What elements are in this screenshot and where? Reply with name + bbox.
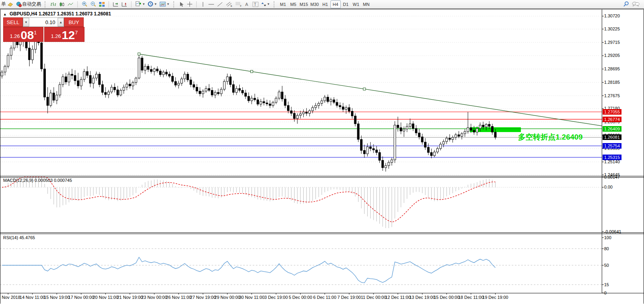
y-axis-tick: 1.28185 bbox=[604, 80, 620, 85]
toolbar-separator bbox=[131, 1, 131, 8]
sell-price[interactable]: 1.26 08 1 bbox=[3, 27, 43, 42]
x-axis-tick: 20 Nov 11:00 bbox=[93, 295, 118, 300]
y-axis-tick: 1.28695 bbox=[604, 66, 620, 72]
x-axis-tick: 29 Nov 00:00 bbox=[214, 295, 240, 300]
horizontal-line-icon[interactable] bbox=[207, 0, 216, 8]
buy-price[interactable]: 1.26 12 7 bbox=[44, 27, 84, 42]
chart-left-border bbox=[0, 9, 0, 304]
buy-button[interactable]: BUY bbox=[64, 17, 84, 27]
mt4-terminal: 单 自动交易 bbox=[0, 0, 644, 304]
chart-shift-icon[interactable] bbox=[120, 0, 129, 8]
volume-up-button[interactable]: ▲ bbox=[58, 18, 64, 26]
chat-icon[interactable] bbox=[631, 0, 641, 8]
panel-divider[interactable] bbox=[0, 176, 644, 176]
search-icon[interactable] bbox=[622, 0, 631, 8]
toolbar-grip bbox=[173, 1, 175, 8]
x-axis-tick: 13 Dec 19:00 bbox=[409, 295, 435, 300]
x-axis-tick: 7 Dec 19:00 bbox=[338, 295, 361, 300]
arrows-button[interactable]: ▼ bbox=[260, 0, 271, 8]
indicators-button[interactable]: ▼ bbox=[134, 0, 146, 8]
zoom-out-icon[interactable] bbox=[89, 0, 98, 8]
new-order-label[interactable]: 单 bbox=[1, 1, 6, 8]
x-axis-tick: 3 Dec 19:00 bbox=[264, 295, 287, 300]
new-order-icon[interactable] bbox=[6, 0, 15, 8]
volume-input[interactable] bbox=[29, 18, 58, 26]
collapse-triangle-icon[interactable]: ▲ bbox=[3, 12, 7, 16]
zoom-in-icon[interactable] bbox=[80, 0, 89, 8]
tf-button-D1[interactable]: D1 bbox=[341, 0, 351, 8]
x-axis-tick: 27 Nov 19:00 bbox=[190, 295, 216, 300]
y-axis-tick: 1.27675 bbox=[604, 93, 620, 98]
bar-chart-icon[interactable] bbox=[49, 0, 58, 8]
svg-text:T: T bbox=[254, 2, 256, 7]
vertical-line-icon[interactable] bbox=[199, 0, 207, 8]
panel-divider bbox=[0, 177, 644, 177]
tf-button-M30[interactable]: M30 bbox=[309, 0, 320, 8]
tf-button-M1[interactable]: M1 bbox=[278, 0, 288, 8]
crosshair-icon[interactable] bbox=[186, 0, 194, 8]
timeframe-group: M1M5M15M30H1H4D1W1MN bbox=[277, 0, 373, 9]
macd-axis-tick: 0.00 bbox=[604, 185, 612, 190]
rsi-axis-tick: 80 bbox=[604, 246, 609, 251]
volume-down-button[interactable]: ▼ bbox=[23, 18, 29, 26]
toolbar-grip bbox=[45, 1, 47, 8]
tf-button-M5[interactable]: M5 bbox=[288, 0, 299, 8]
toolbar-separator bbox=[109, 1, 109, 8]
buy-price-big: 12 bbox=[62, 30, 75, 40]
buy-price-pip: 7 bbox=[75, 30, 78, 36]
rsi-axis-tick: 50 bbox=[604, 263, 609, 268]
x-axis-tick: 12 Dec 11:00 bbox=[385, 295, 411, 300]
x-axis-tick: 17 Nov 00:00 bbox=[68, 295, 94, 300]
text-icon[interactable]: A bbox=[243, 0, 251, 8]
tf-button-MN[interactable]: MN bbox=[361, 0, 372, 8]
pivot-annotation: 多空转折点1.26409 bbox=[518, 132, 583, 142]
volume-control: ▼ ▲ bbox=[23, 17, 64, 27]
tile-windows-icon[interactable] bbox=[98, 0, 106, 8]
periods-button[interactable]: ▼ bbox=[146, 0, 158, 8]
line-chart-icon[interactable] bbox=[66, 0, 75, 8]
one-click-trading-panel: SELL ▼ ▲ BUY 1.26 08 1 1.26 12 7 bbox=[3, 17, 84, 42]
text-label-icon[interactable]: T bbox=[251, 0, 260, 8]
autotrading-label: 自动交易 bbox=[22, 1, 41, 8]
fibonacci-icon[interactable]: F bbox=[234, 0, 243, 8]
chart-ohlc-values: 1.26217 1.26351 1.26073 1.26081 bbox=[39, 11, 111, 17]
level-price-badge: 1.26774 bbox=[603, 117, 621, 122]
x-axis-tick: 11 Dec 00:00 bbox=[361, 295, 387, 300]
x-axis-tick: 14 Nov 11:00 bbox=[20, 295, 45, 300]
toolbar-separator bbox=[77, 1, 78, 8]
level-price-badge: 1.25315 bbox=[603, 155, 621, 160]
macd-label: MACD(12,26,9) 0.000503 0.000745 bbox=[3, 178, 72, 183]
auto-scroll-icon[interactable] bbox=[111, 0, 120, 8]
y-axis-tick: 1.29715 bbox=[604, 40, 620, 45]
templates-button[interactable]: ▼ bbox=[158, 0, 171, 8]
trendline-icon[interactable] bbox=[216, 0, 224, 8]
panel-divider[interactable] bbox=[0, 232, 644, 233]
x-axis-tick: 26 Nov 11:00 bbox=[166, 295, 192, 300]
sell-button[interactable]: SELL bbox=[3, 17, 23, 27]
chart-bottom-border bbox=[0, 293, 644, 293]
toolbar-grip bbox=[274, 1, 276, 8]
toolbar: 单 自动交易 bbox=[0, 0, 644, 9]
toolbar-separator bbox=[196, 1, 197, 8]
panel-divider bbox=[0, 234, 644, 234]
x-axis-tick: 30 Nov 11:00 bbox=[239, 295, 265, 300]
plot-right-border bbox=[602, 9, 602, 293]
tf-button-W1[interactable]: W1 bbox=[351, 0, 361, 8]
x-axis-tick: 19 Dec 19:00 bbox=[483, 295, 508, 300]
y-axis-tick: 1.29205 bbox=[604, 53, 620, 58]
chevron-down-icon: ▼ bbox=[267, 2, 270, 6]
chevron-down-icon: ▼ bbox=[167, 2, 170, 6]
tf-button-H1[interactable]: H1 bbox=[320, 0, 330, 8]
equidistant-channel-icon[interactable]: E bbox=[224, 0, 234, 8]
candlestick-chart-icon[interactable] bbox=[58, 0, 66, 8]
cursor-icon[interactable] bbox=[178, 0, 186, 8]
chart-symbol: GBPUSD,H4 bbox=[9, 11, 37, 17]
buy-price-prefix: 1.26 bbox=[51, 33, 61, 39]
chevron-down-icon: ▼ bbox=[154, 2, 157, 6]
autotrading-button[interactable]: 自动交易 bbox=[15, 0, 42, 8]
tf-button-H4[interactable]: H4 bbox=[330, 0, 341, 8]
tf-button-M15[interactable]: M15 bbox=[299, 0, 309, 8]
chart-plot[interactable] bbox=[0, 9, 644, 304]
x-axis-tick: 21 Nov 19:00 bbox=[117, 295, 143, 300]
level-price-badge: 1.26409 bbox=[603, 126, 621, 132]
